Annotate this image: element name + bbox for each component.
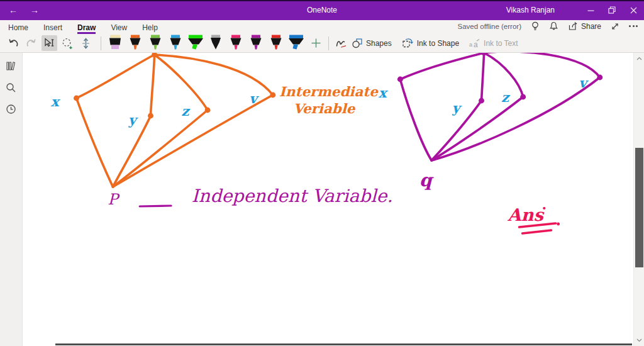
pen-red-icon [267, 35, 285, 51]
scrollbar-thumb[interactable] [635, 148, 643, 267]
svg-text:y: y [452, 100, 462, 116]
shapes-icon [352, 38, 363, 48]
tab-row: HomeInsertDrawViewHelp Saved offline (er… [0, 20, 644, 34]
undo-button[interactable] [5, 35, 21, 51]
fullscreen-button[interactable] [611, 22, 619, 31]
ink-to-text-button[interactable]: a a Ink to Text [469, 38, 518, 48]
eraser-icon [106, 35, 124, 51]
pen-pink-tool[interactable] [226, 35, 245, 52]
highlighter-green-icon [187, 35, 204, 51]
notebooks-button[interactable] [5, 60, 17, 72]
svg-text:y: y [128, 112, 138, 128]
svg-text:Independent Variable.: Independent Variable. [192, 186, 393, 206]
save-status: Saved offline (error) [458, 23, 521, 30]
main-area: xyzvxyzvIntermediateVeriablePIndependent… [0, 53, 644, 346]
svg-text:Veriable: Veriable [293, 101, 356, 116]
notifications-button[interactable] [549, 21, 558, 31]
lasso-icon [62, 38, 74, 49]
pen-pink-icon [227, 35, 245, 51]
pen-gallery [106, 35, 305, 52]
svg-text:q: q [419, 169, 434, 191]
svg-text:x: x [379, 85, 389, 101]
ink-to-shape-icon [402, 38, 414, 48]
svg-text:x: x [51, 94, 61, 109]
tab-help[interactable]: Help [142, 23, 158, 34]
pen-red-tool[interactable] [267, 35, 285, 52]
redo-button[interactable] [23, 35, 39, 51]
eraser-tool[interactable] [106, 35, 124, 52]
draw-with-mouse-tool[interactable] [333, 35, 349, 51]
highlighter-blue-icon [287, 35, 305, 51]
vertical-scrollbar[interactable] [633, 53, 644, 346]
horizontal-scrollbar[interactable] [55, 343, 632, 345]
undo-icon [8, 38, 19, 48]
ink-squiggle-icon [335, 38, 347, 49]
lightbulb-icon [531, 21, 540, 31]
pen-purple-tool[interactable] [247, 35, 265, 52]
pen-orange-icon [126, 35, 144, 51]
svg-text:z: z [501, 89, 511, 105]
close-icon [630, 7, 637, 14]
resize-icon [80, 38, 91, 49]
restore-button[interactable] [601, 0, 623, 20]
fullscreen-icon [611, 22, 619, 31]
notebooks-icon [5, 60, 17, 72]
svg-text:Ans: Ans [507, 204, 544, 225]
ink-to-shape-button[interactable]: Ink to Shape [402, 38, 459, 48]
back-icon[interactable]: ← [9, 5, 18, 15]
resize-tool[interactable] [78, 35, 94, 51]
share-button[interactable]: Share [568, 21, 601, 31]
close-button[interactable] [623, 0, 644, 20]
restore-icon [608, 6, 616, 14]
tab-insert[interactable]: Insert [43, 23, 62, 34]
recent-icon [6, 104, 16, 114]
pencil-tool[interactable] [206, 35, 225, 52]
navigation-rail [0, 53, 23, 346]
select-icon [43, 38, 55, 48]
highlighter-blue-tool[interactable] [287, 35, 305, 52]
svg-text:v: v [579, 75, 589, 91]
page-canvas[interactable]: xyzvxyzvIntermediateVeriablePIndependent… [23, 53, 644, 346]
ink-drawing: xyzvxyzvIntermediateVeriablePIndependent… [23, 53, 644, 346]
ink-to-shape-label: Ink to Shape [417, 39, 459, 48]
svg-text:z: z [181, 103, 191, 119]
select-tool[interactable] [42, 35, 57, 51]
tab-view[interactable]: View [111, 23, 127, 34]
scroll-down-icon[interactable] [634, 336, 644, 345]
recent-notes-button[interactable] [6, 104, 16, 114]
ink-to-text-label: Ink to Text [484, 39, 518, 48]
forward-icon[interactable]: → [30, 5, 39, 15]
account-name[interactable]: Vikash Ranjan [506, 6, 555, 14]
shapes-button[interactable]: Shapes [352, 38, 392, 48]
toolbar-divider [101, 36, 101, 50]
pen-blue-icon [167, 35, 184, 51]
bell-icon [549, 21, 558, 31]
lasso-select-tool[interactable] [60, 35, 75, 51]
pencil-icon [207, 35, 225, 51]
pen-green-tool[interactable] [146, 35, 164, 52]
svg-text:a: a [469, 42, 472, 48]
minimize-icon [587, 7, 594, 14]
redo-icon [26, 38, 37, 48]
share-icon [568, 21, 578, 31]
title-bar: ← → OneNote Vikash Ranjan [0, 0, 644, 20]
lightbulb-button[interactable] [531, 21, 540, 31]
pen-orange-tool[interactable] [126, 35, 144, 52]
draw-toolbar: Shapes Ink to Shape a a Ink to Text [0, 34, 644, 52]
tab-draw[interactable]: Draw [77, 23, 96, 34]
search-button[interactable] [6, 82, 16, 93]
ink-to-text-icon: a a [469, 38, 480, 48]
search-icon [6, 82, 16, 93]
share-label: Share [581, 22, 601, 31]
tab-home[interactable]: Home [8, 23, 28, 34]
add-pen-button[interactable] [309, 36, 323, 50]
svg-text:a: a [474, 40, 478, 48]
pen-green-icon [147, 35, 164, 51]
minimize-button[interactable] [580, 0, 601, 20]
more-options-button[interactable] [629, 25, 638, 27]
highlighter-green-tool[interactable] [186, 35, 204, 52]
pen-blue-tool[interactable] [166, 35, 184, 52]
pen-purple-icon [247, 35, 265, 51]
svg-text:Intermediate: Intermediate [279, 84, 379, 99]
scroll-up-icon[interactable] [634, 54, 644, 63]
